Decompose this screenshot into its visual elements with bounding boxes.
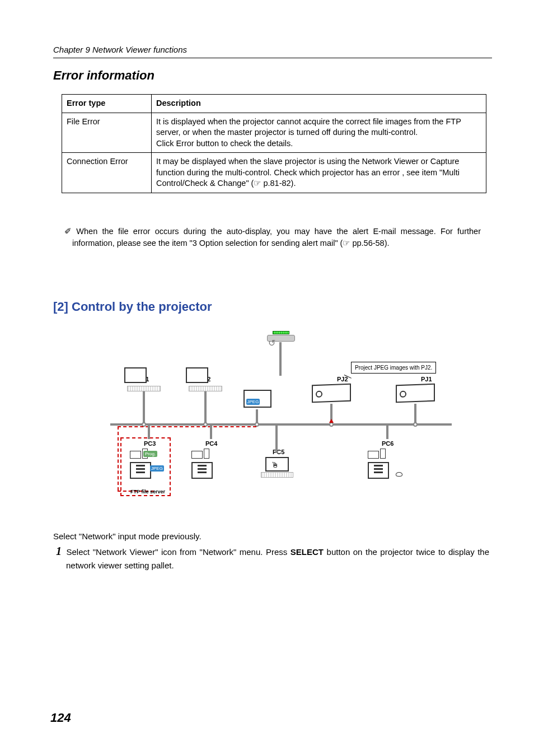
footnote: ✐ When the file error occurs during the … (64, 226, 481, 249)
projector-icon (312, 384, 351, 403)
laptop-icon: JPEG (236, 390, 278, 408)
th-description: Description (152, 95, 486, 113)
bus-line (110, 423, 452, 426)
arrow-icon (329, 419, 334, 423)
label-pc5: PC5 (273, 449, 284, 455)
highlight-box (120, 437, 171, 496)
divider (53, 58, 492, 58)
label-pc4: PC4 (205, 440, 217, 447)
pc-icon (368, 449, 390, 479)
cell-error-type: Connection Error (62, 153, 152, 193)
label-pj1: PJ1 (421, 376, 432, 382)
section-title-error-information: Error information (53, 68, 492, 83)
laptop-icon: 🖱 (256, 457, 298, 478)
page-number: 124 (50, 711, 71, 725)
chapter-heading: Chapter 9 Network Viewer functions (53, 45, 492, 54)
pc-icon (191, 449, 214, 479)
network-diagram: ↺ Project JPEG images with PJ2. PC1 PC2 … (77, 331, 469, 516)
step-1: 1 Select "Network Viewer" icon from "Net… (56, 543, 489, 572)
table-row: File Error It is displayed when the proj… (62, 113, 486, 153)
label-pj2: PJ2 (337, 376, 348, 382)
step-number: 1 (56, 545, 62, 557)
callout-box: Project JPEG images with PJ2. (351, 362, 436, 374)
jpeg-badge-icon: JPEG (246, 399, 260, 405)
table-row: Connection Error It may be displayed whe… (62, 153, 486, 193)
error-table: Error type Description File Error It is … (62, 94, 486, 193)
table-header-row: Error type Description (62, 95, 486, 113)
cell-error-type: File Error (62, 113, 152, 153)
section-title-control-by-projector: [2] Control by the projector (53, 300, 492, 314)
th-error-type: Error type (62, 95, 152, 113)
instruction-text: Select "Network" input mode previously. (53, 531, 492, 541)
data-path-line (118, 426, 119, 491)
cell-description: It may be displayed when the slave proje… (152, 153, 486, 193)
network-hub-icon: ↺ (267, 331, 295, 342)
projector-icon (396, 384, 435, 403)
label-pc6: PC6 (382, 440, 394, 447)
cell-description: It is displayed when the projector canno… (152, 113, 486, 153)
